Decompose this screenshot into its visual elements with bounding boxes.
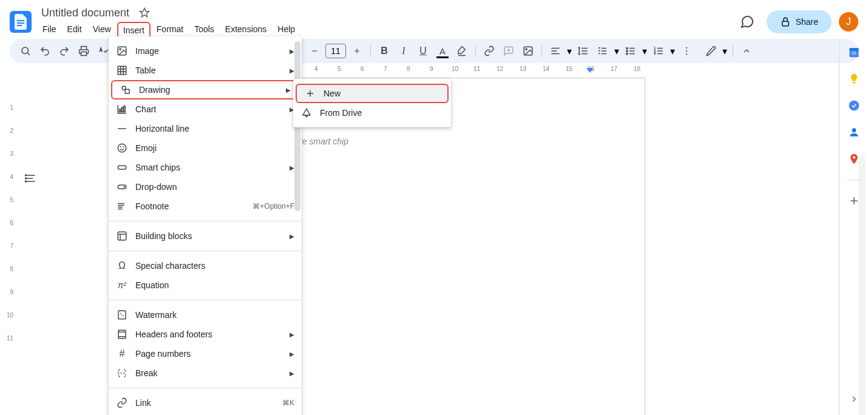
right-indent-marker[interactable] [586, 68, 594, 74]
menu-insert-headers-footers[interactable]: Headers and footers ▶ [109, 325, 302, 344]
menu-insert-emoji[interactable]: Emoji [109, 138, 302, 158]
side-panel-expand-icon[interactable] [848, 393, 860, 405]
chevron-right-icon: ▶ [286, 87, 291, 93]
chevron-down-icon[interactable]: ▾ [614, 46, 620, 57]
svg-rect-31 [120, 109, 121, 112]
chevron-right-icon: ▶ [290, 233, 294, 240]
menu-insert-watermark[interactable]: Watermark [109, 305, 302, 325]
underline-icon[interactable]: U [415, 42, 432, 59]
insert-link-icon[interactable] [481, 42, 498, 59]
maps-icon[interactable] [848, 153, 860, 165]
print-icon[interactable] [75, 42, 92, 59]
comment-history-icon[interactable] [735, 10, 759, 34]
insert-image-icon[interactable] [520, 42, 537, 59]
undo-icon[interactable] [36, 42, 53, 59]
share-button[interactable]: Share [767, 10, 832, 33]
link-icon [116, 397, 128, 409]
chevron-right-icon: ▶ [290, 370, 294, 377]
add-comment-icon[interactable] [500, 42, 517, 59]
svg-rect-3 [782, 21, 788, 26]
insert-dropdown-menu: Image ▶ Table ▶ Drawing ▶ Chart ▶ Horizo… [109, 36, 302, 415]
svg-rect-32 [121, 107, 123, 112]
bold-icon[interactable]: B [376, 42, 393, 59]
drawing-submenu: New From Drive [293, 79, 451, 127]
numbered-list-icon[interactable]: 123 [650, 42, 667, 59]
menu-insert-image[interactable]: Image ▶ [109, 41, 302, 61]
menu-insert-chart[interactable]: Chart ▶ [109, 100, 302, 119]
menu-insert-page-numbers[interactable]: # Page numbers ▶ [109, 344, 302, 363]
horizontal-line-icon [116, 123, 128, 135]
menu-insert-footnote[interactable]: Footnote ⌘+Option+F [109, 197, 302, 216]
calendar-icon[interactable]: 31 [848, 46, 860, 58]
chevron-down-icon[interactable]: ▾ [722, 46, 728, 57]
svg-point-17 [25, 175, 27, 176]
svg-point-8 [626, 47, 628, 49]
menu-insert-break[interactable]: Break ▶ [109, 363, 302, 383]
svg-point-23 [849, 101, 859, 111]
menu-insert-dropdown[interactable]: Drop-down [109, 177, 302, 197]
menu-insert-smart-chips[interactable]: Smart chips ▶ [109, 158, 302, 177]
menu-insert-table[interactable]: Table ▶ [109, 61, 302, 80]
submenu-drawing-from-drive[interactable]: From Drive [293, 103, 451, 123]
contacts-icon[interactable] [848, 126, 860, 138]
checklist-icon[interactable] [594, 42, 611, 59]
docs-logo[interactable] [10, 11, 32, 33]
chevron-down-icon[interactable]: ▾ [642, 46, 648, 57]
increase-font-icon[interactable] [348, 42, 365, 59]
chevron-right-icon: ▶ [290, 67, 294, 74]
chevron-right-icon: ▶ [290, 48, 294, 55]
document-title[interactable]: Untitled document [38, 5, 133, 21]
svg-point-10 [626, 53, 628, 54]
more-icon[interactable] [678, 42, 695, 59]
footnote-icon [116, 200, 128, 212]
emoji-icon [116, 142, 128, 154]
equation-icon: π² [116, 279, 128, 291]
chevron-down-icon[interactable]: ▾ [670, 46, 676, 57]
font-size-input[interactable]: 11 [325, 44, 346, 58]
align-icon[interactable] [547, 42, 564, 59]
menu-edit[interactable]: Edit [63, 22, 87, 39]
line-spacing-icon[interactable] [575, 42, 592, 59]
menu-insert-drawing[interactable]: Drawing ▶ [111, 80, 299, 100]
svg-rect-28 [118, 66, 126, 75]
bulleted-list-icon[interactable] [622, 42, 639, 59]
highlight-icon[interactable] [453, 42, 470, 59]
menu-insert-equation[interactable]: π² Equation [109, 275, 302, 295]
decrease-font-icon[interactable] [306, 42, 323, 59]
tasks-icon[interactable] [848, 100, 860, 112]
svg-point-19 [25, 181, 27, 182]
svg-point-16 [686, 53, 687, 55]
plus-icon [304, 87, 316, 100]
star-icon[interactable] [139, 7, 150, 18]
menu-insert-link[interactable]: Link ⌘K [109, 393, 302, 413]
redo-icon[interactable] [56, 42, 73, 59]
avatar[interactable]: J [839, 12, 858, 32]
chevron-right-icon: ▶ [290, 331, 294, 338]
submenu-drawing-new[interactable]: New [296, 84, 449, 103]
keep-icon[interactable] [848, 73, 860, 85]
dropdown-icon [116, 181, 128, 193]
svg-point-7 [526, 49, 527, 50]
italic-icon[interactable]: I [395, 42, 412, 59]
menu-insert-horizontal-line[interactable]: Horizontal line [109, 119, 302, 138]
svg-rect-2 [17, 25, 22, 26]
svg-point-27 [120, 49, 121, 50]
menu-insert-building-blocks[interactable]: Building blocks ▶ [109, 226, 302, 246]
add-addon-icon[interactable] [848, 195, 860, 207]
svg-rect-33 [124, 106, 125, 112]
chevron-down-icon[interactable]: ▾ [566, 46, 572, 57]
svg-rect-5 [81, 52, 87, 56]
text-color-icon[interactable]: A [434, 42, 451, 59]
svg-rect-0 [17, 20, 24, 21]
outline-toggle-icon[interactable] [19, 167, 41, 189]
menu-file[interactable]: File [38, 22, 61, 39]
editing-mode-icon[interactable] [702, 42, 719, 59]
watermark-icon [116, 309, 128, 321]
menu-insert-special-chars[interactable]: Ω Special characters [109, 256, 302, 275]
headers-footers-icon [116, 328, 128, 340]
collapse-toolbar-icon[interactable] [738, 42, 755, 59]
svg-text:31: 31 [851, 50, 856, 56]
svg-text:3: 3 [654, 52, 656, 55]
search-icon[interactable] [17, 42, 34, 59]
vertical-ruler[interactable]: 1 2 3 4 5 6 7 8 9 10 11 [0, 78, 17, 415]
